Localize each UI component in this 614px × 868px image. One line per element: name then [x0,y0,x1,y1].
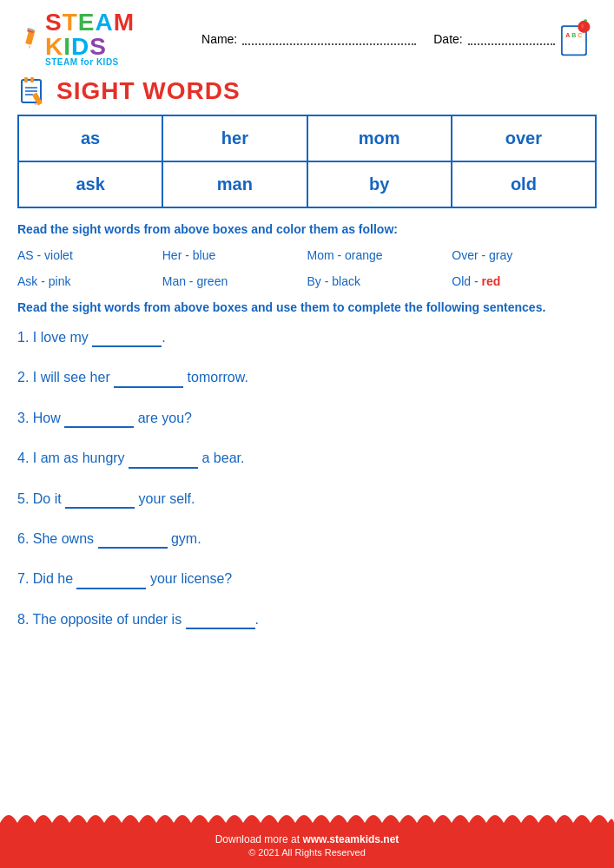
blank-5 [65,493,135,509]
sentence-1: 1. I love my . [17,328,597,347]
logo-icon-wrap: STEAM KIDS STEAM for KIDS [17,10,184,67]
word-cell-mom: mom [307,115,452,161]
blank-4 [129,453,198,469]
sentence-8-end: . [255,612,259,627]
sentence-2-end: tomorrow. [183,370,248,385]
table-row: ask man by old [18,161,596,207]
page-wrapper: STEAM KIDS STEAM for KIDS Name: Date: [0,0,614,868]
svg-text:B: B [571,32,576,38]
word-table: as her mom over ask man by old [17,115,597,208]
footer-website: www.steamkids.net [302,833,399,845]
name-date-area: Name: Date: [201,32,555,46]
date-input-line [468,33,555,45]
footer-download-text: Download more at www.steamkids.net [17,833,597,845]
color-item-mom: Mom - orange [307,245,452,266]
sentence-7-end: your license? [146,571,232,586]
sentence-2: 2. I will see her tomorrow. [17,368,597,387]
color-grid: AS - violet Her - blue Mom - orange Over… [17,245,597,292]
blank-2 [114,372,183,388]
sentence-6-text: 6. She owns [17,531,98,546]
page-title: SIGHT WORDS [56,77,241,105]
footer-copyright: © 2021 All Rights Reserved [17,847,597,858]
svg-rect-12 [24,77,28,82]
color-item-as: AS - violet [17,245,162,266]
sentence-6: 6. She owns gym. [17,529,597,549]
color-item-old: Old - red [452,271,597,292]
sentence-8: 8. The opposite of under is . [17,610,597,629]
svg-text:C: C [578,32,582,38]
notepad-icon [17,76,48,106]
scallop-svg [0,807,614,823]
sentence-4-end: a bear. [198,450,244,465]
date-label: Date: [433,32,462,46]
instruction-text-2: Read the sight words from above boxes an… [17,300,597,314]
word-cell-man: man [162,161,307,207]
word-cell-over: over [452,115,596,161]
footer-area: Download more at www.steamkids.net © 202… [0,807,614,868]
logo-area: STEAM KIDS STEAM for KIDS [17,10,184,67]
blank-6 [98,533,168,549]
color-item-by: By - black [307,271,452,292]
word-cell-by: by [307,161,452,207]
sentence-4-text: 4. I am as hungry [17,450,129,465]
scallop-row [0,807,614,823]
svg-text:A: A [565,32,570,38]
title-row: SIGHT WORDS [0,72,614,115]
instruction-text-1: Read the sight words from above boxes an… [17,222,597,236]
header: STEAM KIDS STEAM for KIDS Name: Date: [0,0,614,72]
sentence-7: 7. Did he your license? [17,569,597,589]
sentences-section: 1. I love my . 2. I will see her tomorro… [0,328,614,629]
instructions-section: Read the sight words from above boxes an… [0,222,614,314]
color-item-man: Man - green [162,271,307,292]
svg-point-10 [581,23,584,28]
color-item-ask: Ask - pink [17,271,162,292]
name-field: Name: [201,32,416,46]
sentence-5-end: your self. [135,491,195,506]
logo-text: STEAM KIDS STEAM for KIDS [45,10,184,67]
svg-marker-1 [28,44,32,49]
word-cell-ask: ask [18,161,162,207]
content-area: STEAM KIDS STEAM for KIDS Name: Date: [0,0,614,807]
sentence-8-text: 8. The opposite of under is [17,612,186,627]
blank-8 [186,614,255,629]
footer-text-label: Download more at [215,833,303,845]
name-label: Name: [201,32,237,46]
word-cell-as: as [18,115,162,161]
sentence-6-end: gym. [168,531,201,546]
sentence-1-text: 1. I love my [17,330,92,345]
abc-book-icon: A B C [555,15,597,62]
color-item-over: Over - gray [452,245,597,266]
word-cell-her: her [162,115,307,161]
blank-1 [92,332,162,347]
sentence-2-text: 2. I will see her [17,370,114,385]
date-field: Date: [433,32,554,46]
table-row: as her mom over [18,115,596,161]
pencil-icon [17,25,42,53]
svg-rect-13 [30,77,34,82]
footer: Download more at www.steamkids.net © 202… [0,823,614,868]
blank-3 [64,412,134,428]
old-red-text: red [481,274,500,288]
sentence-7-text: 7. Did he [17,571,76,586]
name-input-line [242,33,416,45]
logo-subtitle: STEAM for KIDS [45,57,184,67]
blank-7 [76,574,146,589]
sentence-3: 3. How are you? [17,409,597,428]
word-cell-old: old [452,161,596,207]
sentence-5: 5. Do it your self. [17,490,597,509]
sentence-3-text: 3. How [17,411,64,425]
sentence-5-text: 5. Do it [17,491,65,506]
sentence-1-end: . [162,330,165,345]
color-item-her: Her - blue [162,245,307,266]
sentence-3-end: are you? [134,411,192,425]
sentence-4: 4. I am as hungry a bear. [17,449,597,468]
word-table-container: as her mom over ask man by old [17,115,597,208]
svg-point-9 [578,21,590,33]
